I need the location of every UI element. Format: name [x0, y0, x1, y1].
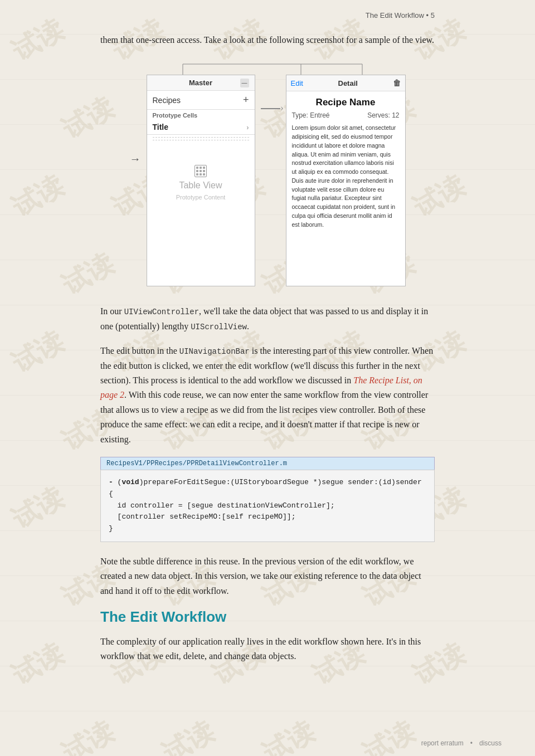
code-uinavigationbar: UINavigationBar: [179, 347, 250, 356]
master-panel: Master — Recipes + Prototype Cells Title…: [147, 75, 255, 286]
grid-icon: [194, 165, 207, 177]
code-uiviewcontroller: UIViewController: [124, 308, 199, 316]
detail-nav-title: Detail: [308, 79, 388, 87]
paragraph-1: In our UIViewController, we'll take the …: [100, 304, 435, 334]
master-title: Master: [189, 79, 212, 87]
edit-button-label: Edit: [291, 79, 303, 87]
page-container: The Edit Workflow • 5 them that one-scre…: [67, 0, 468, 708]
diagram-section: → Master — Recipes + Prototype Cells: [100, 63, 435, 286]
detail-panel: Edit Detail 🗑 Recipe Name Type: Entreé S…: [286, 75, 406, 286]
diagram-panels: → Master — Recipes + Prototype Cells: [130, 75, 406, 286]
paragraph-2: The edit button in the UINavigationBar i…: [100, 344, 435, 447]
section-heading: The Edit Workflow: [100, 608, 435, 626]
serves-label: Serves: 12: [367, 111, 399, 119]
code-line-1-minus: -: [109, 478, 113, 486]
connector-lines-svg: [128, 63, 407, 75]
detail-nav-icon: 🗑: [393, 79, 401, 87]
title-row: Title ›: [147, 120, 255, 135]
recipes-row: Recipes +: [147, 91, 255, 110]
dotted-separator-2: [153, 140, 249, 140]
title-label: Title: [153, 123, 169, 131]
prototype-content-label: Prototype Content: [176, 194, 226, 201]
section-body: The complexity of our application really…: [100, 635, 435, 664]
master-panel-wrapper: Master — Recipes + Prototype Cells Title…: [147, 75, 255, 286]
arrow-line: ›: [261, 108, 280, 109]
title-chevron: ›: [246, 123, 249, 131]
panel-arrow: ›: [255, 108, 286, 109]
master-nav-bar: Master —: [147, 75, 255, 91]
recipe-body: Lorem ipsum dolor sit amet, consectetur …: [286, 124, 405, 235]
type-label: Type: Entreé: [292, 111, 330, 119]
table-view-area: Table View Prototype Content: [147, 143, 255, 223]
code-uiscrollview: UIScrollView: [191, 323, 247, 331]
code-void-keyword: void: [121, 478, 139, 486]
recipe-list-link[interactable]: The Recipe List, on page 2: [100, 375, 422, 399]
recipe-name: Recipe Name: [286, 91, 405, 111]
page-footer: report erratum • discuss: [421, 739, 502, 747]
intro-paragraph: them that one-screen access. Take a look…: [100, 33, 435, 47]
page-header: The Edit Workflow • 5: [100, 11, 435, 19]
code-block: - (void)prepareForEditSegue:(UIStoryboar…: [100, 470, 435, 542]
detail-nav-bar: Edit Detail 🗑: [286, 75, 405, 91]
paragraph-3: Note the subtle difference in this reuse…: [100, 554, 435, 598]
table-view-label: Table View: [179, 181, 222, 191]
plus-button: +: [243, 94, 249, 106]
report-erratum-link[interactable]: report erratum: [421, 739, 464, 747]
master-nav-minus: —: [240, 79, 249, 87]
prototype-cells-label: Prototype Cells: [147, 110, 255, 120]
page-number: The Edit Workflow • 5: [366, 11, 435, 19]
recipe-meta: Type: Entreé Serves: 12: [286, 111, 405, 124]
code-filename: RecipesV1/PPRecipes/PPRDetailViewControl…: [100, 457, 435, 470]
discuss-link[interactable]: discuss: [479, 739, 502, 747]
footer-separator: •: [470, 739, 473, 747]
dotted-separator-1: [153, 137, 249, 138]
left-arrow: →: [130, 153, 147, 165]
recipes-label: Recipes: [153, 96, 181, 105]
